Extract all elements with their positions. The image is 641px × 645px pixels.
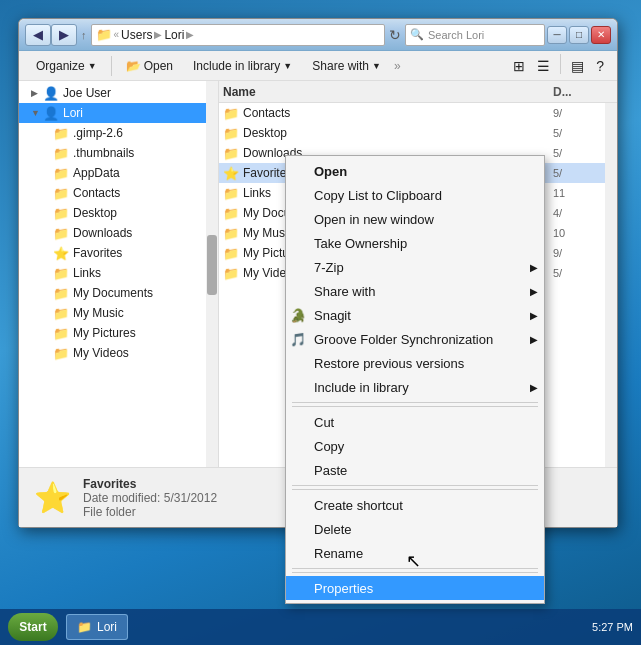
open-icon: 📂 xyxy=(126,59,141,73)
file-date: 4/ xyxy=(553,207,613,219)
help-button[interactable]: ? xyxy=(591,54,609,78)
forward-button[interactable]: ▶ xyxy=(51,24,77,46)
sidebar-item-my-music[interactable]: 📁 My Music xyxy=(19,303,218,323)
view-list-button[interactable]: ⊞ xyxy=(508,54,530,78)
file-date: 5/ xyxy=(553,147,613,159)
sidebar-item-my-documents[interactable]: 📁 My Documents xyxy=(19,283,218,303)
file-date: 5/ xyxy=(553,127,613,139)
context-menu-item-rename[interactable]: Rename xyxy=(286,541,544,565)
sidebar-item-favorites[interactable]: ⭐ Favorites xyxy=(19,243,218,263)
folder-icon: 📁 xyxy=(53,306,69,321)
more-button[interactable]: » xyxy=(394,59,401,73)
status-modified-value: 5/31/2012 xyxy=(164,491,217,505)
context-menu-item-7-zip[interactable]: 7-Zip ▶ xyxy=(286,255,544,279)
sidebar-item-my-pictures[interactable]: 📁 My Pictures xyxy=(19,323,218,343)
column-date[interactable]: D... xyxy=(553,85,613,99)
path-lori[interactable]: Lori xyxy=(164,28,184,42)
preview-button[interactable]: ▤ xyxy=(566,54,589,78)
column-name[interactable]: Name xyxy=(223,85,553,99)
ctx-submenu-arrow: ▶ xyxy=(530,334,538,345)
sidebar-scrollbar[interactable] xyxy=(206,81,218,467)
path-users[interactable]: Users xyxy=(121,28,152,42)
minimize-button[interactable]: ─ xyxy=(547,26,567,44)
context-menu-item-delete[interactable]: Delete xyxy=(286,517,544,541)
taskbar-time: 5:27 PM xyxy=(592,621,633,633)
sidebar-item-lori[interactable]: ▼ 👤 Lori xyxy=(19,103,218,123)
address-bar[interactable]: 📁 « Users ▶ Lori ▶ xyxy=(91,24,386,46)
sidebar-label: Downloads xyxy=(73,226,132,240)
maximize-button[interactable]: □ xyxy=(569,26,589,44)
context-menu-item-groove-folder-synchronization[interactable]: 🎵 Groove Folder Synchronization ▶ xyxy=(286,327,544,351)
folder-icon: 📁 xyxy=(53,286,69,301)
sidebar-label: Contacts xyxy=(73,186,120,200)
file-date: 5/ xyxy=(553,167,613,179)
context-menu-item-copy[interactable]: Copy xyxy=(286,434,544,458)
sidebar-item-.gimp-2.6[interactable]: 📁 .gimp-2.6 xyxy=(19,123,218,143)
sidebar-item-downloads[interactable]: 📁 Downloads xyxy=(19,223,218,243)
context-menu-item-include-in-library[interactable]: Include in library ▶ xyxy=(286,375,544,399)
context-menu-separator xyxy=(292,485,538,486)
status-filename: Favorites xyxy=(83,477,217,491)
sidebar-label: My Videos xyxy=(73,346,129,360)
sidebar-item-appdata[interactable]: 📁 AppData xyxy=(19,163,218,183)
folder-icon: 📁 xyxy=(53,166,69,181)
folder-icon: 📁 xyxy=(53,346,69,361)
share-arrow-icon: ▼ xyxy=(372,61,381,71)
back-button[interactable]: ◀ xyxy=(25,24,51,46)
ctx-item-label: Restore previous versions xyxy=(314,356,464,371)
file-date: 10 xyxy=(553,227,613,239)
sidebar-item-desktop[interactable]: 📁 Desktop xyxy=(19,203,218,223)
sidebar-scroll-thumb[interactable] xyxy=(207,235,217,295)
ctx-item-label: Include in library xyxy=(314,380,409,395)
view-details-button[interactable]: ☰ xyxy=(532,54,555,78)
taskbar-window-button[interactable]: 📁 Lori xyxy=(66,614,128,640)
include-library-button[interactable]: Include in library ▼ xyxy=(184,54,301,78)
sidebar-item-contacts[interactable]: 📁 Contacts xyxy=(19,183,218,203)
file-item[interactable]: 📁 Desktop 5/ xyxy=(219,123,617,143)
context-menu-item-take-ownership[interactable]: Take Ownership xyxy=(286,231,544,255)
status-modified: Date modified: 5/31/2012 xyxy=(83,491,217,505)
sidebar: ▶ 👤 Joe User ▼ 👤 Lori 📁 .gimp-2.6 📁 .thu… xyxy=(19,81,219,467)
context-menu-item-snagit[interactable]: 🐊 Snagit ▶ xyxy=(286,303,544,327)
search-box[interactable]: 🔍 Search Lori xyxy=(405,24,545,46)
folder-icon: 📁 xyxy=(53,146,69,161)
organize-button[interactable]: Organize ▼ xyxy=(27,54,106,78)
sidebar-item-.thumbnails[interactable]: 📁 .thumbnails xyxy=(19,143,218,163)
context-menu-item-cut[interactable]: Cut xyxy=(286,410,544,434)
context-menu-item-copy-list-to-clipboard[interactable]: Copy List to Clipboard xyxy=(286,183,544,207)
file-item[interactable]: 📁 Contacts 9/ xyxy=(219,103,617,123)
file-scrollbar[interactable] xyxy=(605,103,617,467)
sidebar-item-links[interactable]: 📁 Links xyxy=(19,263,218,283)
context-menu-item-paste[interactable]: Paste xyxy=(286,458,544,482)
context-menu-item-properties[interactable]: Properties xyxy=(286,576,544,600)
context-menu-item-open[interactable]: Open xyxy=(286,159,544,183)
ctx-item-label: Copy List to Clipboard xyxy=(314,188,442,203)
file-icon: 📁 xyxy=(223,126,239,141)
refresh-button[interactable]: ↻ xyxy=(389,27,401,43)
context-menu-item-create-shortcut[interactable]: Create shortcut xyxy=(286,493,544,517)
start-button[interactable]: Start xyxy=(8,613,58,641)
open-button[interactable]: 📂 Open xyxy=(117,54,182,78)
folder-icon: 📁 xyxy=(53,186,69,201)
taskbar-right: 5:27 PM xyxy=(592,621,633,633)
tree-arrow-icon: ▼ xyxy=(31,108,43,118)
context-menu-item-restore-previous-versions[interactable]: Restore previous versions xyxy=(286,351,544,375)
context-menu-separator xyxy=(292,489,538,490)
ctx-submenu-arrow: ▶ xyxy=(530,310,538,321)
share-with-button[interactable]: Share with ▼ xyxy=(303,54,390,78)
file-date: 11 xyxy=(553,187,613,199)
toolbar-separator xyxy=(111,56,112,76)
ctx-item-label: Open in new window xyxy=(314,212,434,227)
folder-icon: 📁 xyxy=(53,266,69,281)
file-icon: 📁 xyxy=(223,186,239,201)
status-info: Favorites Date modified: 5/31/2012 File … xyxy=(83,477,217,519)
tree-arrow-icon: ▶ xyxy=(31,88,43,98)
close-button[interactable]: ✕ xyxy=(591,26,611,44)
ctx-item-label: Create shortcut xyxy=(314,498,403,513)
sidebar-item-my-videos[interactable]: 📁 My Videos xyxy=(19,343,218,363)
context-menu-item-open-in-new-window[interactable]: Open in new window xyxy=(286,207,544,231)
ctx-item-label: Take Ownership xyxy=(314,236,407,251)
file-icon: 📁 xyxy=(223,226,239,241)
sidebar-item-joe-user[interactable]: ▶ 👤 Joe User xyxy=(19,83,218,103)
context-menu-item-share-with[interactable]: Share with ▶ xyxy=(286,279,544,303)
